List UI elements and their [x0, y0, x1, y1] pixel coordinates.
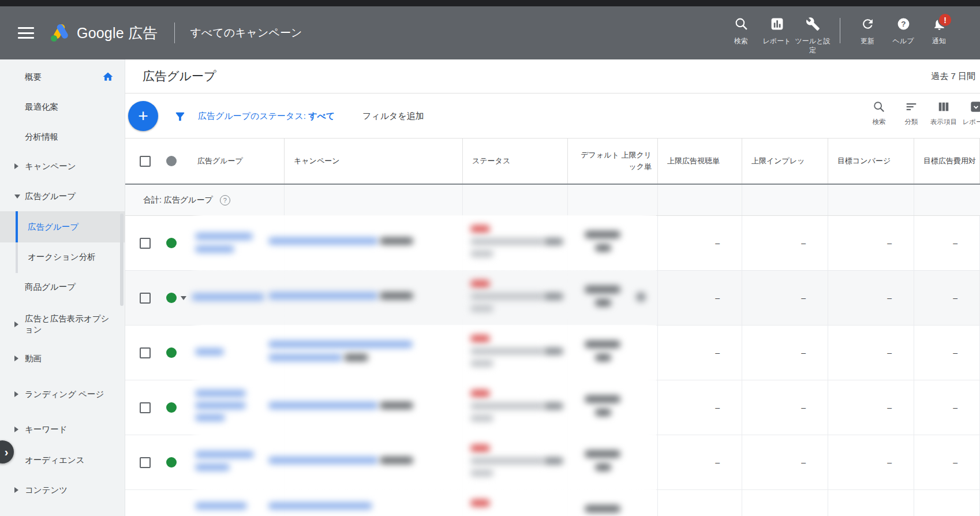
edit-pencil-icon-blurred — [636, 292, 646, 302]
product-name: Google 広告 — [77, 24, 157, 43]
sidebar-item-keywords[interactable]: キーワード — [0, 418, 125, 441]
help-icon: ? — [896, 17, 911, 31]
chevron-down-icon — [14, 195, 20, 199]
select-all-checkbox[interactable] — [140, 156, 151, 167]
summary-label-cell: 合計: 広告グループ ? — [125, 185, 285, 215]
table-row[interactable]: – – – – — [125, 380, 980, 435]
add-ad-group-button[interactable]: + — [128, 101, 158, 131]
table-header-row: 広告グループ キャンペーン ステータス デフォルト 上限クリック単 上限広告視聴… — [125, 139, 980, 185]
chevron-right-icon — [14, 321, 18, 327]
chevron-right-icon — [14, 391, 18, 397]
table-columns-button[interactable]: 表示項目 — [927, 100, 960, 126]
chevron-right-icon — [14, 356, 18, 361]
redacted-row-content — [190, 435, 656, 491]
date-range-selector[interactable]: 過去 7 日間 — [931, 71, 975, 82]
add-filter-button[interactable]: フィルタを追加 — [362, 111, 424, 122]
redacted-row-content — [190, 489, 656, 516]
header-target-cpa-column[interactable]: 目標コンバージ — [828, 139, 914, 184]
status-dropdown-icon[interactable] — [181, 296, 186, 303]
status-dot-enabled — [166, 238, 177, 248]
table-row[interactable]: – – – – — [125, 435, 980, 490]
table-row-partial[interactable] — [125, 490, 980, 516]
refresh-icon — [861, 17, 875, 31]
appbar-actions-divider — [840, 18, 840, 43]
menu-icon[interactable] — [18, 27, 34, 39]
appbar-refresh-button[interactable]: 更新 — [850, 17, 885, 46]
redacted-row-content — [190, 380, 656, 436]
chevron-right-icon — [14, 427, 18, 432]
window-top-strip — [0, 0, 980, 6]
table-search-button[interactable]: 検索 — [863, 100, 895, 126]
main-content: 広告グループ 過去 7 日間 + 広告グループのステータス: すべて フィルタを… — [125, 59, 980, 516]
google-ads-logo — [49, 23, 69, 43]
status-dot-header-icon — [166, 156, 177, 166]
row-checkbox[interactable] — [140, 347, 151, 358]
search-icon — [873, 100, 885, 113]
sidebar-scrollbar-thumb[interactable] — [120, 214, 124, 306]
page-header: 広告グループ 過去 7 日間 — [125, 59, 980, 94]
status-dot-enabled — [166, 293, 177, 303]
appbar-tools-button[interactable]: ツールと設定 — [795, 17, 831, 55]
table-row[interactable]: – – – – — [125, 326, 980, 380]
status-filter-chip[interactable]: 広告グループのステータス: すべて — [198, 111, 335, 122]
chevron-right-icon — [14, 487, 18, 493]
filter-toolbar: + 広告グループのステータス: すべて フィルタを追加 検索 分類 表示項目 — [125, 94, 980, 139]
context-title[interactable]: すべてのキャンペーン — [190, 25, 302, 40]
header-ad-group-column[interactable]: 広告グループ — [125, 139, 285, 184]
sidebar-item-campaigns[interactable]: キャンペーン — [0, 155, 125, 178]
table-report-download-button[interactable]: レポート — [960, 100, 980, 126]
table-row[interactable]: – – – – — [125, 216, 980, 271]
table-segment-button[interactable]: 分類 — [895, 100, 927, 126]
columns-icon — [937, 100, 950, 113]
sidebar-item-landing-pages[interactable]: ランディング ページ — [0, 378, 125, 410]
home-icon — [102, 71, 114, 83]
row-checkbox[interactable] — [140, 457, 151, 468]
row-checkbox[interactable] — [140, 402, 151, 413]
header-status-column[interactable]: ステータス — [463, 139, 568, 184]
report-icon — [770, 17, 784, 31]
redacted-row-content — [190, 215, 656, 271]
sidebar-item-auction-insights[interactable]: オークション分析 — [0, 245, 125, 268]
sidebar-item-ad-groups[interactable]: 広告グループ — [0, 211, 125, 242]
segment-icon — [905, 100, 918, 113]
table-summary-row: 合計: 広告グループ ? — [125, 185, 980, 216]
sidebar-item-recommendations[interactable]: 最適化案 — [0, 95, 125, 118]
appbar-notifications-button[interactable]: ! 通知 — [921, 17, 957, 46]
download-report-icon — [970, 100, 980, 113]
row-checkbox[interactable] — [140, 293, 151, 304]
help-circle-icon[interactable]: ? — [220, 195, 230, 205]
header-max-cpm-column[interactable]: 上限インプレッ — [742, 139, 828, 184]
header-default-max-cpc-column[interactable]: デフォルト 上限クリック単 — [568, 139, 658, 184]
sidebar-item-audiences[interactable]: オーディエンス — [0, 448, 125, 472]
status-dot-enabled — [166, 457, 177, 468]
sidebar-item-videos[interactable]: 動画 — [0, 347, 125, 370]
sidebar-item-ad-groups-section[interactable]: 広告グループ — [0, 185, 125, 208]
sidebar-item-overview[interactable]: 概要 — [0, 65, 125, 88]
sidebar-item-ads-extensions[interactable]: 広告と広告表示オプション — [0, 308, 125, 341]
status-dot-enabled — [166, 402, 177, 413]
app-bar-divider — [174, 23, 175, 43]
header-campaign-column[interactable]: キャンペーン — [285, 139, 463, 184]
redacted-row-content — [190, 270, 656, 326]
page-title: 広告グループ — [143, 68, 216, 84]
wrench-icon — [806, 17, 820, 31]
nav-sidebar: 概要 最適化案 分析情報 キャンペーン 広告グループ 広告グループ オークション… — [0, 59, 125, 516]
notification-badge: ! — [938, 13, 952, 27]
appbar-help-button[interactable]: ? ヘルプ — [885, 17, 921, 46]
header-max-cpv-column[interactable]: 上限広告視聴単 — [658, 139, 742, 184]
svg-text:?: ? — [901, 20, 906, 28]
header-target-roas-column[interactable]: 目標広告費用対 — [914, 139, 980, 184]
app-bar: Google 広告 すべてのキャンペーン 検索 レポート ツールと設定 更新 ?… — [0, 6, 980, 59]
table-row-hovered[interactable]: – – – – — [125, 271, 980, 326]
sidebar-item-insights[interactable]: 分析情報 — [0, 125, 125, 148]
filter-funnel-icon[interactable] — [174, 110, 186, 123]
row-checkbox[interactable] — [140, 238, 151, 249]
redacted-row-content — [190, 325, 656, 381]
status-filter-value: すべて — [308, 111, 335, 121]
sidebar-item-content[interactable]: コンテンツ — [0, 478, 125, 502]
sidebar-item-product-groups[interactable]: 商品グループ — [0, 275, 125, 298]
selected-indicator-bar — [16, 211, 18, 242]
appbar-search-button[interactable]: 検索 — [723, 17, 759, 46]
appbar-reports-button[interactable]: レポート — [759, 17, 795, 46]
chevron-right-icon — [14, 163, 18, 169]
